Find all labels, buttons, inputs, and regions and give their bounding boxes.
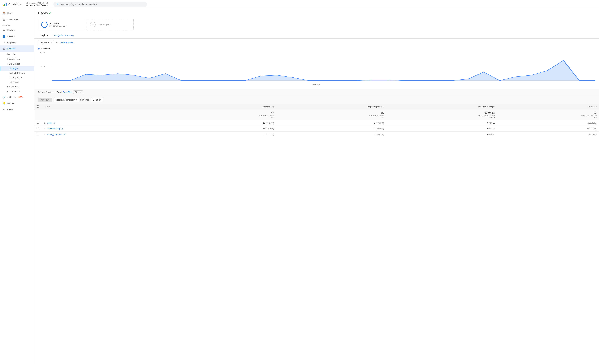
site-content-chevron: ▾	[7, 63, 8, 65]
select-all-checkbox[interactable]	[37, 105, 39, 108]
site-search-chevron: ▶	[7, 91, 9, 93]
summary-entrances-abs: (13)	[500, 116, 597, 118]
add-segment-button[interactable]: ○ + Add Segment	[87, 19, 133, 30]
sidebar-item-home[interactable]: 🏠 Home	[0, 10, 34, 16]
search-bar[interactable]: 🔍	[53, 1, 147, 7]
all-users-segment[interactable]: All Users 100.00% Pageviews	[38, 19, 85, 30]
breadcrumb-dropdown-icon[interactable]: ▾	[47, 4, 48, 7]
row2-checkbox-input[interactable]	[37, 127, 39, 129]
summary-unique-pct: % of Total: 100.00%	[279, 115, 384, 116]
pageviews-help-icon[interactable]: ?	[272, 106, 273, 108]
row3-page: 3. /hiring/job-posts/ 🔗	[41, 132, 175, 137]
row3-checkbox-input[interactable]	[37, 133, 39, 135]
sidebar-item-content-drilldown[interactable]: Content Drilldown	[0, 71, 34, 75]
row1-num: 1.	[44, 122, 45, 124]
sort-type-label: Sort Type:	[80, 99, 89, 101]
sidebar-item-audience[interactable]: 👤 Audience	[0, 33, 34, 39]
row1-unique: 5 (33.33%)	[276, 120, 386, 126]
row1-pageviews: 17 (36.17%)	[175, 120, 276, 126]
row3-link-icon[interactable]: 🔗	[63, 134, 66, 135]
legend-label: Pageviews	[41, 48, 50, 50]
sidebar-item-exit-pages[interactable]: Exit Pages	[0, 80, 34, 84]
secondary-dimension-dropdown[interactable]: Secondary dimension ▾	[53, 98, 79, 102]
segment-name: All Users	[49, 22, 66, 25]
sidebar-item-discover[interactable]: 💡 Discover	[0, 100, 34, 106]
sidebar-sub-site-search-label: Site Search	[9, 90, 20, 93]
dimension-page-title-link[interactable]: Page Title	[63, 91, 72, 93]
primary-dimension-bar: Primary Dimension: Page Page Title Other…	[34, 88, 599, 96]
summary-unique-cell: 15 % of Total: 100.00% (15)	[276, 110, 386, 120]
breadcrumb-main-text: All Web Site Data	[26, 4, 46, 7]
sort-type-dropdown[interactable]: Default ▾	[91, 98, 103, 102]
verified-icon: ✔	[49, 11, 51, 15]
sidebar-item-realtime[interactable]: ⏱ Realtime	[0, 27, 34, 33]
unique-pageviews-help-icon[interactable]: ?	[383, 106, 384, 108]
row2-link-icon[interactable]: 🔗	[62, 128, 64, 130]
beta-badge: BETA	[18, 96, 23, 98]
reports-section-label: REPORTS	[0, 22, 34, 27]
summary-checkbox-cell	[34, 110, 41, 120]
svg-text:10: 10	[40, 66, 45, 68]
sidebar-item-acquisition-label: Acquisition	[7, 41, 17, 44]
summary-entrances: 13	[593, 111, 597, 114]
row2-unique-pct: (20.00%)	[376, 127, 384, 130]
row2-checkbox	[34, 126, 41, 132]
row1-entrances-pct: (38.46%)	[588, 122, 597, 124]
page-help-icon[interactable]: ?	[49, 106, 50, 108]
content-drilldown-label: Content Drilldown	[9, 72, 25, 74]
sidebar-sub-behavior-flow[interactable]: Behavior Flow	[0, 57, 34, 61]
app-title: Analytics	[8, 2, 22, 6]
tab-navigation-summary[interactable]: Navigation Summary	[51, 33, 76, 38]
sidebar-sub-site-content[interactable]: ▾ Site Content	[0, 61, 34, 66]
topbar: Analytics All accounts > UX Hack Test Al…	[0, 0, 599, 9]
add-segment-circle-icon: ○	[90, 22, 96, 27]
sidebar-sub-overview[interactable]: Overview	[0, 52, 34, 57]
table-row: 3. /hiring/job-posts/ 🔗 6 (12.77%) 1 (6.…	[34, 132, 599, 137]
sidebar-item-acquisition[interactable]: 〜 Acquisition	[0, 39, 34, 45]
search-input[interactable]	[61, 3, 144, 6]
acquisition-icon: 〜	[2, 41, 6, 44]
sidebar-item-customization-label: Customization	[7, 18, 20, 21]
plot-rows-button[interactable]: Plot Rows	[38, 98, 52, 102]
page-title: Pages	[38, 11, 48, 15]
avg-time-help-icon[interactable]: ?	[494, 106, 495, 108]
row1-link-icon[interactable]: 🔗	[53, 122, 55, 124]
metric-dropdown[interactable]: Pageviews ▾	[38, 41, 53, 45]
sidebar-sub-site-speed-label: Site Speed	[9, 85, 19, 88]
sort-default-label: Default	[93, 99, 99, 101]
breadcrumb-main[interactable]: All Web Site Data ▾	[26, 4, 48, 7]
search-icon: 🔍	[56, 3, 60, 6]
sidebar-item-attribution[interactable]: 🔗 Attribution BETA	[0, 94, 34, 100]
sidebar-sub-site-speed[interactable]: ▶ Site Speed	[0, 84, 34, 89]
pageviews-sort-icon[interactable]: ↓	[273, 106, 274, 108]
row1-pageviews-pct: (36.17%)	[266, 122, 274, 124]
metric-selector: Pageviews ▾ VS. Select a metric	[34, 39, 599, 47]
table-row: 1. /jobs/ 🔗 17 (36.17%) 5 (33.33%) 00:	[34, 120, 599, 126]
sidebar-item-customization[interactable]: ▦ Customization	[0, 16, 34, 22]
row2-page-link[interactable]: /member/blog/	[47, 127, 60, 130]
tab-explorer[interactable]: Explorer	[38, 33, 51, 38]
select-metric-link[interactable]: Select a metric	[60, 42, 73, 44]
sidebar-sub-behavior-flow-label: Behavior Flow	[7, 58, 20, 60]
row1-entrances-val: 5	[587, 122, 588, 124]
row1-checkbox-input[interactable]	[37, 122, 39, 124]
sidebar: 🏠 Home ▦ Customization REPORTS ⏱ Realtim…	[0, 9, 34, 364]
row1-page-link[interactable]: /jobs/	[47, 122, 52, 124]
row3-unique-pct: (6.67%)	[377, 133, 384, 135]
all-pages-label: All Pages	[10, 67, 18, 70]
chart-area: Pageviews 20 10 June 2023	[34, 47, 599, 88]
row2-avg-time: 00:04:08	[386, 126, 498, 132]
row3-page-link[interactable]: /hiring/job-posts/	[47, 133, 62, 135]
sidebar-item-admin[interactable]: ⚙ Admin	[0, 106, 34, 113]
row1-unique-pct: (33.33%)	[376, 122, 384, 124]
chart-container: 20 10 June 2023	[38, 51, 595, 82]
sidebar-item-behavior[interactable]: ⊞ Behavior	[0, 45, 34, 52]
entrances-help-icon[interactable]: ?	[596, 106, 597, 108]
dimension-page-link[interactable]: Page	[57, 91, 62, 93]
sidebar-item-landing-pages[interactable]: Landing Pages	[0, 75, 34, 80]
dimension-other-dropdown[interactable]: Other ▾	[73, 90, 83, 94]
sidebar-sub-site-search[interactable]: ▶ Site Search	[0, 89, 34, 94]
sort-chevron: ▾	[100, 99, 101, 101]
sidebar-item-all-pages[interactable]: All Pages	[0, 66, 34, 71]
row3-pageviews-val: 6	[264, 133, 265, 135]
